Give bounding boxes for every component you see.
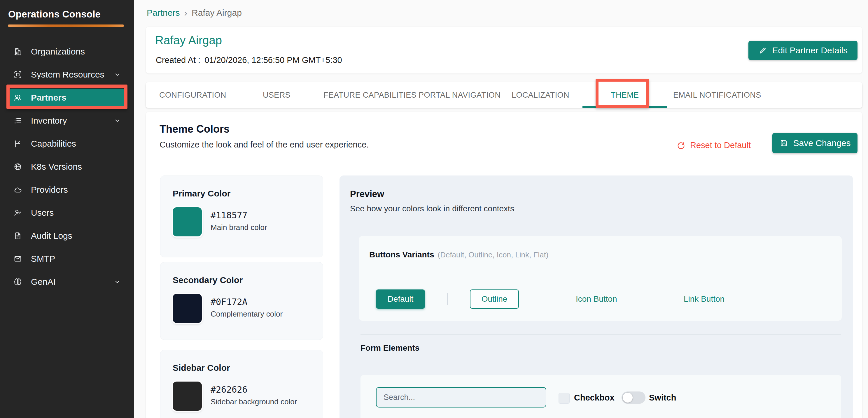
sidebar-item-label: Audit Logs [31,231,72,241]
created-at: Created At : 01/20/2026, 12:56:50 PM GMT… [156,55,342,65]
sidebar-item-inventory[interactable]: Inventory [10,111,124,130]
preview-subtitle: See how your colors look in different co… [350,204,514,213]
preview-link-button[interactable]: Link Button [684,289,724,309]
reset-to-default-button[interactable]: Reset to Default [676,140,751,150]
refresh-icon [676,141,685,150]
sidebar-item-label: GenAI [31,277,56,287]
color-hex-value: #118577 [211,210,247,220]
color-description: Complementary color [211,310,283,319]
sidebar-item-partners[interactable]: Partners [10,89,124,107]
sidebar-item-label: Inventory [31,116,67,126]
building-icon [13,47,22,56]
buttons-variants-header: Buttons Variants (Default, Outline, Icon… [369,250,549,259]
sidebar-item-smtp[interactable]: SMTP [10,250,124,268]
save-icon [779,139,788,148]
theme-colors-subtitle: Customize the look and feel of the end u… [159,140,369,150]
list-icon [13,116,22,125]
sidebar-menu: Organizations System Resources [0,42,134,296]
operations-console-app: Operations Console Organizations [0,0,868,418]
sidebar-item-users[interactable]: Users [10,204,124,222]
cloud-icon [13,185,22,194]
sidebar-item-label: Providers [31,185,68,195]
color-card-title: Secondary Color [173,275,243,285]
switch-knob [623,393,632,403]
vertical-divider [541,293,541,305]
created-at-value: 01/20/2026, 12:56:50 PM GMT+5:30 [205,55,342,65]
buttons-variants-title: Buttons Variants [369,250,434,259]
buttons-variants-subtitle: (Default, Outline, Icon, Link, Flat) [437,250,548,259]
sidebar-item-label: Partners [31,93,66,103]
sidebar-item-label: K8s Versions [31,162,82,172]
form-elements-card: Checkbox Switch [361,375,841,418]
sidebar-color-card: Sidebar Color #262626 Sidebar background… [160,350,323,418]
brain-icon [13,278,22,286]
breadcrumb: Partners › Rafay Airgap [147,8,242,18]
preview-outline-button[interactable]: Outline [470,289,519,309]
system-resources-icon [13,70,22,79]
primary-color-swatch[interactable] [173,207,202,236]
chevron-down-icon [114,278,121,285]
vertical-divider [447,293,448,305]
search-input[interactable] [376,387,546,408]
pencil-icon [758,46,767,55]
color-description: Main brand color [211,223,267,232]
chevron-down-icon [114,117,121,124]
sidebar-item-k8s-versions[interactable]: K8s Versions [10,158,124,176]
switch-label: Switch [649,393,676,403]
sidebar-item-label: Capabilities [31,139,76,149]
sidebar-item-audit-logs[interactable]: Audit Logs [10,227,124,245]
edit-partner-details-button[interactable]: Edit Partner Details [748,41,858,60]
preview-title: Preview [350,189,384,199]
reset-to-default-label: Reset to Default [690,140,751,150]
sidebar-item-organizations[interactable]: Organizations [10,42,124,61]
sidebar-item-label: Users [31,208,54,218]
sidebar-item-system-resources[interactable]: System Resources [10,66,124,84]
sidebar-item-providers[interactable]: Providers [10,181,124,199]
checkbox-label: Checkbox [574,393,615,403]
envelope-icon [13,255,22,263]
preview-switch[interactable] [622,391,646,404]
sidebar-item-label: System Resources [31,70,104,79]
app-title: Operations Console [0,0,134,20]
color-card-title: Primary Color [173,189,230,198]
breadcrumb-partners-link[interactable]: Partners [147,8,180,18]
chevron-down-icon [114,71,121,78]
preview-icon-button[interactable]: Icon Button [576,289,617,309]
tab-theme[interactable]: THEME [611,82,639,108]
document-icon [13,231,22,240]
primary-color-card: Primary Color #118577 Main brand color [160,175,323,257]
save-changes-label: Save Changes [793,138,851,148]
person-check-icon [13,208,22,217]
sidebar-color-swatch[interactable] [173,382,202,411]
secondary-color-swatch[interactable] [173,294,202,323]
tab-users[interactable]: USERS [263,82,290,108]
sidebar-item-genai[interactable]: GenAI [10,273,124,291]
active-tab-underline [583,106,667,108]
theme-panel: Theme Colors Customize the look and feel… [146,112,862,418]
tab-localization[interactable]: LOCALIZATION [512,82,569,108]
partner-header-card: Rafay Airgap Created At : 01/20/2026, 12… [146,27,862,73]
tab-email-notifications[interactable]: EMAIL NOTIFICATIONS [673,82,761,108]
created-at-label: Created At : [156,55,200,65]
breadcrumb-current: Rafay Airgap [192,8,242,18]
save-changes-button[interactable]: Save Changes [772,133,858,153]
section-divider [361,334,841,334]
preview-panel: Preview See how your colors look in diff… [340,175,853,418]
tab-configuration[interactable]: CONFIGURATION [159,82,226,108]
sidebar-item-capabilities[interactable]: Capabilities [10,135,124,153]
color-description: Sidebar background color [211,397,297,406]
globe-icon [13,162,22,171]
sidebar-item-label: Organizations [31,46,85,57]
sidebar-accent-divider [8,25,124,27]
tab-feature-capabilities[interactable]: FEATURE CAPABILITIES [323,82,416,108]
secondary-color-card: Secondary Color #0F172A Complementary co… [160,262,323,340]
color-card-title: Sidebar Color [173,363,230,373]
color-hex-value: #262626 [211,384,247,395]
vertical-divider [649,293,649,305]
preview-default-button[interactable]: Default [376,289,425,309]
preview-checkbox[interactable] [559,393,569,404]
breadcrumb-separator: › [184,8,187,17]
tab-bar: CONFIGURATION USERS FEATURE CAPABILITIES… [146,82,862,108]
sidebar-item-label: SMTP [31,254,55,264]
tab-portal-navigation[interactable]: PORTAL NAVIGATION [418,82,500,108]
